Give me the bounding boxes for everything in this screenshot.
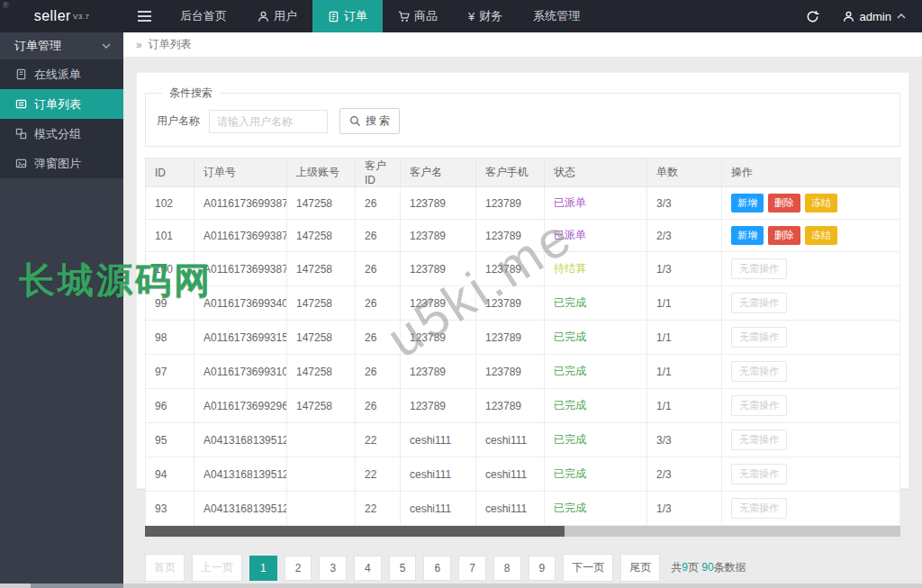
search-button[interactable]: 搜 索 bbox=[339, 108, 400, 134]
freeze-button[interactable]: 冻结 bbox=[805, 194, 837, 213]
pager-page-7[interactable]: 7 bbox=[458, 556, 486, 581]
delete-button[interactable]: 删除 bbox=[768, 194, 800, 213]
page-horizontal-scrollbar[interactable] bbox=[0, 583, 922, 588]
sidebar-group-order-management[interactable]: 订单管理 bbox=[0, 32, 123, 59]
cell-id: 102 bbox=[146, 187, 194, 220]
sidebar-item-label: 模式分组 bbox=[34, 126, 81, 142]
pager-page-8[interactable]: 8 bbox=[493, 556, 521, 581]
no-action-button: 无需操作 bbox=[731, 430, 787, 450]
cell-actions: 无需操作 bbox=[722, 252, 900, 286]
freeze-button[interactable]: 冻结 bbox=[805, 226, 837, 245]
sidebar-item-mode-group[interactable]: 模式分组 bbox=[0, 119, 123, 149]
cell-count: 1/1 bbox=[647, 321, 722, 355]
admin-username: admin bbox=[860, 10, 891, 23]
page-scrollbar-thumb[interactable] bbox=[31, 583, 123, 588]
cell-count: 2/3 bbox=[647, 220, 722, 252]
user-icon bbox=[258, 11, 269, 23]
sidebar-item-label: 在线派单 bbox=[34, 67, 81, 83]
cell-customer-name: 123789 bbox=[401, 252, 476, 286]
search-button-label: 搜 索 bbox=[366, 113, 390, 129]
header-customer-phone: 客户手机 bbox=[476, 158, 545, 187]
cell-status: 已完成 bbox=[545, 355, 647, 389]
scrollbar-thumb[interactable] bbox=[145, 526, 565, 537]
refresh-icon[interactable] bbox=[793, 0, 832, 32]
cell-actions: 无需操作 bbox=[722, 286, 900, 321]
no-action-button: 无需操作 bbox=[731, 293, 787, 313]
cell-actions: 无需操作 bbox=[722, 423, 900, 457]
summary-middle: 页 bbox=[688, 561, 701, 574]
table-row: 95 A04131681395124598 22 ceshi111 ceshi1… bbox=[146, 423, 900, 457]
cell-actions: 无需操作 bbox=[722, 321, 900, 355]
cell-count: 1/3 bbox=[647, 252, 722, 286]
status-text: 已完成 bbox=[554, 296, 586, 309]
cell-count: 3/3 bbox=[647, 423, 722, 457]
status-text: 已完成 bbox=[554, 433, 586, 446]
app-logo[interactable]: sellerV3.7 bbox=[0, 0, 123, 32]
pager-next[interactable]: 下一页 bbox=[563, 554, 613, 582]
pager-last[interactable]: 尾页 bbox=[620, 554, 660, 582]
pager-page-5[interactable]: 5 bbox=[389, 556, 417, 581]
add-button[interactable]: 新增 bbox=[731, 226, 764, 245]
sidebar-item-online-dispatch[interactable]: 在线派单 bbox=[0, 59, 123, 89]
cell-actions: 无需操作 bbox=[722, 389, 900, 423]
cell-actions: 新增删除冻结 bbox=[722, 187, 900, 220]
nav-item-products[interactable]: 商品 bbox=[383, 0, 453, 32]
cell-count: 2/3 bbox=[647, 457, 722, 492]
cell-customer-id: 26 bbox=[356, 355, 401, 389]
sidebar-item-order-list[interactable]: 订单列表 bbox=[0, 89, 123, 119]
nav-label: 后台首页 bbox=[180, 8, 227, 24]
pager-page-1[interactable]: 1 bbox=[249, 556, 277, 581]
username-field-label: 用户名称 bbox=[157, 113, 200, 129]
cell-status: 待结算 bbox=[545, 252, 647, 286]
nav-item-finance[interactable]: ¥ 财务 bbox=[453, 0, 518, 32]
cell-customer-name: 123789 bbox=[401, 286, 476, 321]
nav-item-system[interactable]: 系统管理 bbox=[518, 0, 595, 32]
cell-id: 94 bbox=[146, 457, 194, 492]
nav-item-orders[interactable]: 订单 bbox=[312, 0, 383, 32]
no-action-button: 无需操作 bbox=[731, 498, 787, 519]
delete-button[interactable]: 删除 bbox=[768, 226, 800, 245]
pager-page-3[interactable]: 3 bbox=[319, 556, 347, 581]
table-horizontal-scrollbar[interactable] bbox=[145, 526, 900, 537]
cell-id: 100 bbox=[146, 252, 194, 286]
admin-menu[interactable]: admin bbox=[832, 0, 922, 32]
nav-item-users[interactable]: 用户 bbox=[242, 0, 312, 32]
table-row: 99 A01161736993409151 147258 26 123789 1… bbox=[146, 286, 900, 321]
pager-page-4[interactable]: 4 bbox=[354, 556, 382, 581]
nav-item-home[interactable]: 后台首页 bbox=[165, 0, 242, 32]
cell-customer-phone: ceshi111 bbox=[476, 423, 545, 457]
order-list-icon bbox=[15, 98, 27, 110]
status-text: 已完成 bbox=[554, 330, 586, 343]
cell-id: 99 bbox=[146, 286, 194, 321]
username-input[interactable] bbox=[209, 110, 328, 133]
pager-prev[interactable]: 上一页 bbox=[192, 554, 242, 582]
menu-toggle-icon[interactable] bbox=[123, 0, 165, 32]
header-actions: 操作 bbox=[722, 158, 900, 187]
status-text: 已派单 bbox=[554, 229, 586, 241]
header-id: ID bbox=[146, 158, 194, 187]
cart-icon bbox=[398, 11, 410, 23]
cell-id: 101 bbox=[146, 220, 194, 252]
main-nav: 后台首页 用户 订单 商品 ¥ 财务 系统管理 bbox=[165, 0, 595, 32]
pager-page-2[interactable]: 2 bbox=[285, 556, 312, 581]
summary-suffix: 条数据 bbox=[714, 561, 746, 574]
pager-page-6[interactable]: 6 bbox=[423, 556, 451, 581]
cell-customer-phone: 123789 bbox=[476, 187, 545, 220]
sidebar-item-label: 订单列表 bbox=[34, 96, 81, 113]
admin-user-icon bbox=[843, 11, 854, 23]
cell-count: 1/3 bbox=[647, 492, 722, 526]
cell-parent-account: 147258 bbox=[287, 321, 356, 355]
cell-count: 1/1 bbox=[647, 355, 722, 389]
cell-status: 已完成 bbox=[545, 457, 647, 492]
cell-order-no: A01161736993155628 bbox=[194, 321, 287, 355]
cell-order-no: A04131681395124517 bbox=[194, 492, 287, 526]
pager-first[interactable]: 首页 bbox=[145, 554, 185, 582]
cell-customer-name: ceshi111 bbox=[401, 423, 476, 457]
add-button[interactable]: 新增 bbox=[731, 194, 764, 213]
cell-id: 97 bbox=[146, 355, 194, 389]
sidebar-item-popup-image[interactable]: 弹窗图片 bbox=[0, 149, 123, 178]
header-status: 状态 bbox=[545, 158, 647, 187]
popup-image-icon bbox=[15, 158, 27, 169]
cell-customer-phone: 123789 bbox=[476, 355, 545, 389]
pager-page-9[interactable]: 9 bbox=[529, 556, 556, 581]
